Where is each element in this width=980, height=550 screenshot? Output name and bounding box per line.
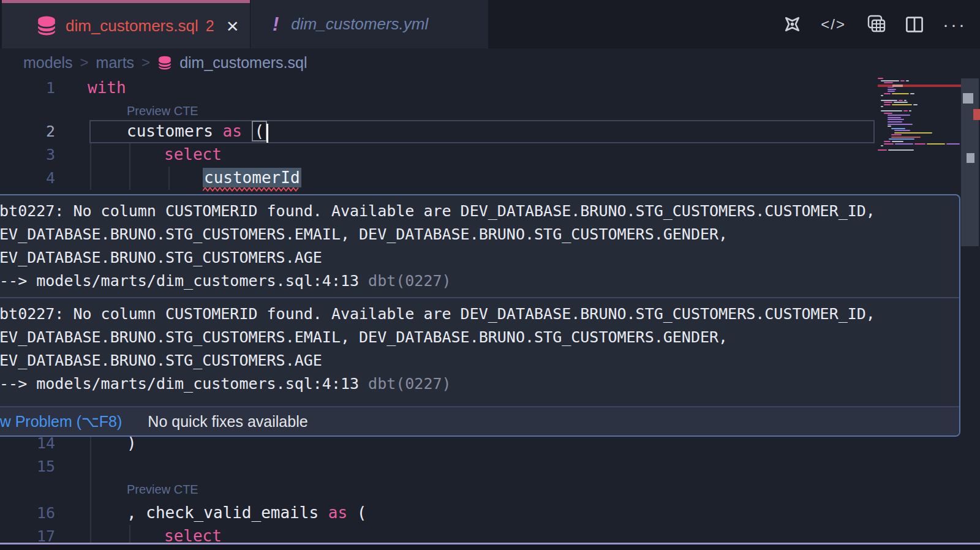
line-number: 2	[0, 120, 55, 143]
code-token: select	[164, 145, 222, 164]
minimap-code-line	[914, 143, 925, 145]
codelens-preview-cte[interactable]: Preview CTE	[127, 483, 198, 497]
no-quick-fixes-text: No quick fixes available	[148, 413, 307, 431]
compiled-code-icon[interactable]: </>	[821, 16, 846, 33]
code-token: with	[88, 78, 126, 97]
problem-message-line: dbt0227: No column CUSTOMERID found. Ava…	[0, 200, 960, 223]
minimap-code-line	[881, 110, 902, 111]
minimap-code-line	[888, 89, 896, 90]
indent-guide	[168, 167, 170, 190]
code-tokens: customerId	[203, 167, 301, 190]
minimap-code-line	[903, 110, 908, 111]
more-actions-icon[interactable]: ···	[943, 21, 967, 28]
minimap-code-line	[892, 141, 903, 142]
code-line[interactable]: 3select	[0, 143, 980, 167]
minimap-code-line	[884, 141, 891, 142]
problem-message-block: dbt0227: No column CUSTOMERID found. Ava…	[0, 195, 960, 293]
code-token: , check_valid_emails	[127, 503, 328, 522]
code-line[interactable]: 16, check_valid_emails as (	[0, 502, 980, 525]
problem-code: dbt(0227)	[368, 375, 451, 393]
line-number: 1	[0, 77, 55, 100]
minimap-code-line	[895, 143, 913, 145]
problem-message-line: DEV_DATABASE.BRUNO.STG_CUSTOMERS.EMAIL, …	[0, 223, 960, 246]
code-token: as	[223, 122, 242, 140]
line-number: 4	[0, 167, 55, 190]
problem-message-line: DEV_DATABASE.BRUNO.STG_CUSTOMERS.AGE	[0, 246, 960, 269]
minimap-code-line	[900, 80, 905, 81]
minimap-code-line	[881, 100, 897, 101]
minimap-code-line	[888, 91, 895, 92]
problem-location-line: --> models/marts/dim_customers.sql:4:13 …	[0, 269, 960, 293]
code-token: customers	[127, 122, 223, 140]
indent-guide	[129, 525, 130, 543]
minimap-code-line	[892, 93, 909, 94]
problem-message-line: DEV_DATABASE.BRUNO.STG_CUSTOMERS.EMAIL, …	[0, 326, 960, 349]
code-tokens: with	[88, 77, 126, 100]
minimap-code-line	[899, 100, 903, 101]
minimap-code-line	[906, 80, 909, 81]
minimap-code-line	[894, 102, 908, 103]
minimap-code-line	[888, 119, 904, 120]
indent-guide	[129, 143, 130, 190]
breadcrumb-file[interactable]: dim_customers.sql	[179, 54, 307, 72]
minimap-code-line	[884, 113, 892, 114]
overview-ruler-error-mark	[973, 109, 980, 120]
minimap-code-line	[884, 82, 893, 83]
problem-message-line: DEV_DATABASE.BRUNO.STG_CUSTOMERS.AGE	[0, 349, 960, 372]
problem-location: --> models/marts/dim_customers.sql:4:13	[0, 375, 368, 393]
minimap-code-line	[894, 130, 910, 131]
tab-dim-customers-yml[interactable]: ! dim_customers.yml	[250, 0, 488, 48]
code-token: as	[328, 503, 347, 522]
code-line[interactable]: 2customers as (	[0, 120, 980, 143]
minimap-code-line	[884, 104, 891, 105]
codelens-preview-cte[interactable]: Preview CTE	[127, 104, 198, 118]
minimap-code-line	[884, 143, 894, 145]
line-number: 3	[0, 143, 55, 167]
warning-bang-icon: !	[273, 13, 279, 36]
problem-message-line: dbt0227: No column CUSTOMERID found. Ava…	[0, 303, 960, 326]
code-tokens: customers as (	[127, 120, 267, 143]
minimap-code-line	[888, 149, 914, 151]
minimap-code-line	[884, 102, 892, 103]
matched-bracket: (	[252, 121, 268, 141]
minimap-code-line	[892, 104, 912, 105]
minimap-code-line	[904, 100, 907, 101]
minimap-code-line	[881, 106, 883, 107]
breadcrumb-marts[interactable]: marts	[96, 54, 135, 72]
indent-guide	[90, 143, 91, 190]
tab-label: dim_customers.yml	[291, 15, 428, 34]
code-line[interactable]: 15	[0, 455, 980, 478]
window-bottom-edge	[0, 544, 980, 550]
view-problem-link[interactable]: View Problem (⌥F8)	[0, 413, 122, 431]
minimap-code-line	[891, 137, 921, 138]
code-token	[242, 122, 252, 140]
vscode-editor-window: dim_customers.sql 2 × ! dim_customers.ym…	[0, 0, 980, 550]
editor-tab-bar: dim_customers.sql 2 × ! dim_customers.ym…	[0, 0, 980, 48]
minimap-code-line	[927, 143, 945, 145]
error-highlighted-word: customerId	[203, 168, 301, 187]
dbt-power-icon[interactable]	[782, 14, 802, 34]
minimap-code-line	[888, 121, 902, 122]
minimap-code-line	[946, 143, 960, 145]
minimap-code-line	[891, 134, 902, 135]
minimap-code-line	[888, 124, 913, 125]
problem-message-block: dbt0227: No column CUSTOMERID found. Ava…	[0, 298, 960, 396]
minimap-error-line	[878, 85, 961, 87]
tab-dim-customers-sql[interactable]: dim_customers.sql 2 ×	[2, 0, 250, 48]
problem-location-line: --> models/marts/dim_customers.sql:4:13 …	[0, 372, 960, 396]
split-editor-icon[interactable]	[905, 15, 924, 34]
minimap-code-line	[913, 104, 918, 105]
close-icon[interactable]: ×	[227, 15, 239, 36]
chevron-right-icon: >	[141, 54, 150, 71]
code-line[interactable]: 1with	[0, 77, 980, 100]
breadcrumb-models[interactable]: models	[23, 54, 73, 72]
chevron-right-icon: >	[80, 54, 89, 71]
code-token: (	[347, 503, 366, 522]
code-line[interactable]: 4customerId	[0, 167, 980, 190]
line-number: 16	[0, 502, 55, 525]
minimap-code-line	[894, 132, 932, 134]
preview-results-icon[interactable]	[864, 13, 886, 36]
minimap-code-line	[888, 117, 901, 118]
problem-hover-footer: View Problem (⌥F8) No quick fixes availa…	[0, 406, 959, 435]
overview-ruler-mark	[963, 93, 973, 104]
